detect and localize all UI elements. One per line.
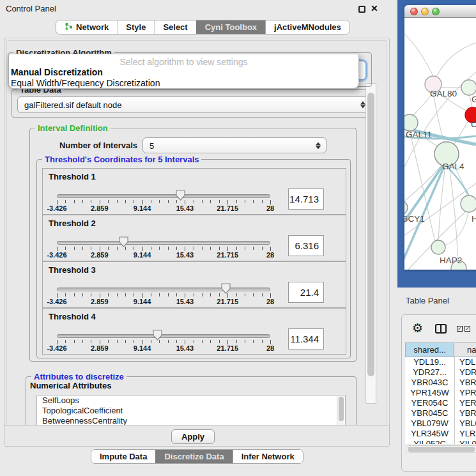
zoom-traffic-light[interactable] (432, 8, 440, 15)
network-edge[interactable] (436, 43, 476, 77)
tick-mark (108, 340, 109, 343)
network-node[interactable] (404, 114, 418, 131)
tick-label: 28 (266, 204, 274, 212)
network-edge[interactable] (410, 131, 435, 242)
tick-mark (134, 200, 134, 203)
table-row[interactable]: YDR27...YDR2 (405, 367, 476, 378)
tick-mark (74, 340, 75, 343)
tab-label: Discretize Data (164, 452, 224, 461)
algorithm-prompt: Select algorithm to view settings (9, 57, 358, 67)
tick-label: 9.144 (134, 344, 151, 352)
slider-track[interactable] (57, 288, 270, 291)
tab-infer-network[interactable]: Infer Network (233, 450, 303, 463)
close-traffic-light[interactable] (410, 8, 418, 15)
network-window[interactable]: GAL80GCGAL11GAL4GCY1HHAP2 (404, 5, 476, 270)
slider-handle[interactable] (153, 330, 162, 343)
tick-mark (82, 247, 83, 250)
numerical-attributes-list[interactable]: SelfLoopsTopologicalCoefficientBetweenne… (36, 395, 346, 426)
table-row[interactable]: YBR043CYBR0 (405, 378, 476, 388)
table-row[interactable]: YIL052CYIL0 (405, 439, 476, 444)
table-data-group: Table Data galFiltered.sif default node (12, 89, 376, 118)
tick-mark (117, 247, 118, 250)
algorithm-option[interactable]: Equal Width/Frequency Discretization (11, 78, 160, 88)
tick-mark (210, 247, 211, 250)
network-node[interactable] (431, 240, 445, 254)
tick-label: 15.43 (176, 344, 194, 352)
table-row[interactable]: YBR045CYBR0 (405, 408, 476, 418)
list-item[interactable]: TopologicalCoefficient (37, 406, 345, 416)
network-node[interactable] (461, 196, 476, 212)
thresholds-group-title: Threshold's Coordinates for 5 Intervals (42, 155, 201, 164)
table-data-combobox[interactable]: galFiltered.sif default node (17, 96, 371, 113)
apply-row: Apply (4, 425, 389, 446)
threshold-value-field[interactable]: 11.344 (288, 328, 324, 349)
column-header[interactable]: na (454, 342, 476, 357)
tick-mark (82, 340, 83, 343)
panel-vertical-scrollbar[interactable] (365, 83, 376, 404)
node-label: GAL80 (430, 89, 457, 98)
float-icon[interactable] (358, 6, 365, 13)
tick-mark (245, 340, 245, 343)
tick-mark (117, 293, 118, 296)
slider-handle[interactable] (119, 236, 128, 250)
tick-mark (168, 340, 169, 343)
threshold-value-field[interactable]: 6.316 (288, 235, 324, 256)
checkbox-icon[interactable]: ✓ (457, 326, 463, 332)
table-row[interactable]: YLR345WYLR3 (405, 429, 476, 439)
tick-mark (262, 340, 263, 343)
attributes-group-title: Attributes to discretize (31, 372, 127, 381)
network-window-titlebar[interactable] (404, 5, 476, 18)
slider-track[interactable] (57, 334, 270, 338)
tab-style[interactable]: Style (117, 20, 154, 34)
table-row[interactable]: YER054CYER0 (405, 398, 476, 408)
slider-track[interactable] (57, 194, 270, 198)
network-edge[interactable] (404, 31, 433, 76)
tab-select[interactable]: Select (154, 20, 196, 34)
slider-track[interactable] (57, 241, 270, 245)
tick-mark (270, 247, 271, 251)
checkbox-icon[interactable]: ✓ (464, 326, 470, 332)
network-node[interactable] (404, 201, 408, 215)
algorithm-option[interactable]: Manual Discretization (11, 67, 103, 77)
tick-mark (57, 340, 58, 344)
threshold-value-field[interactable]: 14.713 (288, 188, 324, 210)
network-node[interactable] (461, 80, 476, 95)
tab-label: jActiveMNodules (274, 22, 341, 32)
list-item[interactable]: SelfLoops (37, 395, 345, 406)
number-of-intervals-combobox[interactable]: 5 (142, 137, 326, 153)
apply-button[interactable]: Apply (171, 429, 215, 444)
minimize-traffic-light[interactable] (421, 8, 429, 15)
threshold-value-field[interactable]: 21.4 (288, 282, 324, 303)
columns-icon[interactable] (435, 324, 447, 334)
close-icon[interactable]: ✕ (371, 3, 378, 13)
list-scrollbar[interactable] (337, 396, 344, 426)
tick-mark (159, 200, 160, 203)
network-edge[interactable] (449, 166, 458, 261)
tab-jactivemnodules[interactable]: jActiveMNodules (265, 20, 349, 34)
tab-discretize-data[interactable]: Discretize Data (155, 450, 232, 463)
tick-mark (100, 200, 100, 204)
slider-handle[interactable] (221, 283, 231, 296)
tab-network[interactable]: Network (56, 20, 117, 34)
threshold-label: Threshold 3 (49, 265, 96, 275)
table-horizontal-scrollbar[interactable] (406, 445, 476, 453)
node-label: H (472, 214, 476, 224)
table-row[interactable]: YBL079WYBL0 (405, 418, 476, 429)
column-header[interactable]: shared... (405, 342, 454, 357)
table-row[interactable]: YDL19...YDL1 (405, 357, 476, 367)
table-rows: YDL19...YDL1YDR27...YDR2YBR043CYBR0YPR14… (405, 357, 476, 444)
tick-mark (65, 293, 66, 296)
slider-handle[interactable] (176, 190, 185, 203)
list-item[interactable]: BetweennessCentrality (37, 416, 345, 426)
gear-icon[interactable]: ⚙ (412, 322, 423, 335)
checkboxes-icon[interactable]: ✓ ✓ (457, 326, 470, 332)
tab-impute-data[interactable]: Impute Data (91, 450, 155, 463)
network-canvas[interactable]: GAL80GCGAL11GAL4GCY1HHAP2 (404, 19, 476, 270)
tab-cyni-toolbox[interactable]: Cyni Toolbox (196, 20, 265, 34)
panel-title: Control Panel (6, 4, 56, 13)
thresholds-group: Threshold's Coordinates for 5 Intervals … (36, 159, 351, 358)
tick-mark (219, 340, 220, 343)
cell-shared-name: YDL19... (405, 357, 454, 367)
table-row[interactable]: YPR145WYPR1 (405, 388, 476, 398)
tick-label: 21.715 (217, 344, 238, 352)
